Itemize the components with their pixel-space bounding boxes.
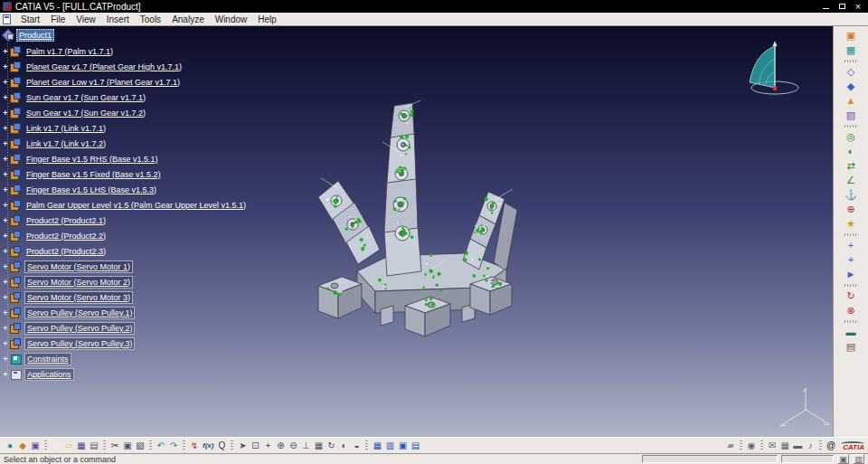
tree-item-label[interactable]: Finger Base v1.5 LHS (Base v1.5.3) — [24, 185, 158, 195]
camera-window-icon[interactable]: ▦ — [844, 43, 858, 57]
tree-item-label[interactable]: Applications — [24, 368, 74, 381]
redo-icon[interactable]: ↷ — [167, 440, 180, 452]
tree-item-label[interactable]: Palm Gear Upper Level v1.5 (Palm Gear Up… — [24, 200, 248, 211]
tree-item-label[interactable]: Constraints — [24, 353, 71, 365]
tree-expander-icon[interactable]: + — [2, 140, 9, 147]
session-icon[interactable]: ▥ — [853, 454, 864, 464]
tree-expander-icon[interactable]: + — [2, 371, 9, 378]
tree-expander-icon[interactable]: + — [2, 217, 9, 224]
zoom-out-icon[interactable]: ⊖ — [287, 440, 299, 452]
tree-root-label[interactable]: Product1 — [16, 29, 54, 42]
lock-icon[interactable]: ▣ — [837, 454, 849, 464]
tree-item-label[interactable]: Product2 (Product2.2) — [24, 231, 108, 241]
tree-item-label[interactable]: Servo Motor (Servo Motor 1) — [24, 260, 133, 273]
menu-start[interactable]: Start — [15, 14, 45, 25]
tree-item-label[interactable]: Servo Motor (Servo Motor 3) — [24, 291, 133, 304]
render-style-icon[interactable]: ▤ — [409, 440, 421, 452]
menu-view[interactable]: View — [71, 14, 101, 25]
fix-together-icon[interactable]: ⊕ — [844, 203, 858, 216]
tree-item-label[interactable]: Finger Base v1.5 RHS (Base v1.5.1) — [24, 154, 160, 165]
tree-expander-icon[interactable]: + — [2, 186, 9, 194]
tree-item-label[interactable]: Servo Motor (Servo Motor 2) — [24, 276, 133, 289]
mail-icon[interactable]: ✉ — [766, 440, 778, 452]
menu-analyze[interactable]: Analyze — [166, 14, 210, 25]
undo-icon[interactable]: ↶ — [155, 440, 167, 452]
save-icon[interactable]: ▦ — [75, 440, 88, 452]
tree-item-label[interactable]: Link v1.7 (Link v1.7.2) — [24, 138, 108, 149]
storage-icon[interactable]: ▦ — [778, 440, 791, 452]
existing-component-icon[interactable]: ▧ — [844, 109, 858, 122]
capture-icon[interactable]: ▣ — [396, 440, 409, 452]
menu-help[interactable]: Help — [252, 14, 282, 25]
measure-icon[interactable]: ▬ — [844, 326, 858, 339]
paste-icon[interactable]: ▧ — [134, 440, 146, 452]
part-icon[interactable]: ▲ — [844, 94, 858, 108]
print-icon[interactable]: ▤ — [88, 440, 100, 452]
shading-mode-icon[interactable]: ◐ — [337, 440, 350, 452]
tree-expander-icon[interactable]: + — [2, 340, 9, 347]
tree-item-label[interactable]: Sun Gear v1.7 (Sun Gear v1.7.2) — [24, 108, 147, 118]
tree-item-label[interactable]: Palm v1.7 (Palm v1.7.1) — [24, 46, 115, 57]
tree-expander-icon[interactable]: + — [2, 248, 9, 255]
angle-constraint-icon[interactable]: ∠ — [844, 174, 858, 187]
tree-expander-icon[interactable]: + — [2, 355, 9, 363]
tree-item-label[interactable]: Servo Pulley (Servo Pulley.2) — [24, 322, 135, 335]
tree-item-label[interactable]: Link v1.7 (Link v1.7.1) — [24, 123, 108, 134]
tree-expander-icon[interactable]: + — [2, 63, 9, 71]
contact-constraint-icon[interactable]: ◐ — [844, 145, 858, 158]
update-assembly-icon[interactable]: ↻ — [844, 289, 858, 303]
zoom-in-icon[interactable]: ⊕ — [274, 440, 287, 452]
eraser-icon[interactable]: ▰ — [724, 440, 737, 452]
quick-constraint-icon[interactable]: ★ — [844, 217, 858, 231]
model-3d[interactable] — [294, 99, 565, 388]
tree-expander-icon[interactable]: + — [2, 79, 9, 86]
close-button[interactable]: × — [851, 1, 865, 12]
tree-item-label[interactable]: Product2 (Product2.1) — [24, 215, 108, 226]
tree-expander-icon[interactable]: + — [2, 202, 9, 209]
update-icon[interactable]: ↯ — [188, 440, 201, 452]
sticky-pad-icon[interactable]: ▣ — [844, 29, 858, 43]
tree-expander-icon[interactable]: + — [2, 125, 9, 132]
tree-item-label[interactable]: Servo Pulley (Servo Pulley.3) — [24, 337, 135, 350]
search-icon[interactable]: Q — [215, 440, 228, 452]
grid-icon[interactable]: ▦ — [371, 440, 383, 452]
tree-item-label[interactable]: Servo Pulley (Servo Pulley.1) — [24, 307, 135, 319]
tree-expander-icon[interactable]: + — [2, 48, 9, 55]
tree-expander-icon[interactable]: + — [2, 294, 9, 301]
component-icon[interactable]: ◇ — [844, 65, 858, 79]
viewport-3d[interactable]: Product1 +Palm v1.7 (Palm v1.7.1)+Planet… — [0, 26, 833, 437]
measure-tool-icon[interactable]: ▬ — [791, 440, 804, 452]
anchor-constraint-icon[interactable]: ⚓ — [844, 188, 858, 202]
offset-constraint-icon[interactable]: ⇄ — [844, 159, 858, 173]
clash-analysis-icon[interactable]: ⊗ — [844, 304, 858, 317]
coincidence-constraint-icon[interactable]: ◎ — [844, 130, 858, 144]
dialog-value-field[interactable] — [781, 455, 834, 463]
minimize-button[interactable] — [818, 1, 833, 12]
rotate-view-icon[interactable]: ↻ — [325, 440, 337, 452]
tree-expander-icon[interactable]: + — [2, 309, 9, 317]
new-document-icon[interactable]: ▯ — [50, 440, 62, 452]
tree-expander-icon[interactable]: + — [2, 109, 9, 117]
menu-tools[interactable]: Tools — [135, 14, 166, 25]
tree-item-label[interactable]: Planet Gear v1.7 (Planet Gear High v1.7.… — [24, 62, 184, 72]
tree-expander-icon[interactable]: + — [2, 232, 9, 240]
copy-icon[interactable]: ▣ — [121, 440, 134, 452]
macros-icon[interactable]: ◆ — [16, 440, 29, 452]
web-icon[interactable]: ◉ — [745, 440, 758, 452]
collaboration-icon[interactable]: ♪ — [804, 440, 816, 452]
smart-move-icon[interactable]: ► — [844, 268, 858, 281]
annotations-icon[interactable]: ▤ — [844, 340, 858, 354]
tree-expander-icon[interactable]: + — [2, 325, 9, 332]
power-input-field[interactable] — [642, 455, 778, 463]
snap-icon[interactable]: ⌖ — [844, 253, 858, 267]
tree-expander-icon[interactable]: + — [2, 94, 9, 101]
views-icon[interactable]: ▥ — [383, 440, 396, 452]
normal-view-icon[interactable]: ⊥ — [299, 440, 312, 452]
options-icon[interactable]: ▣ — [29, 440, 42, 452]
tree-expander-icon[interactable]: + — [2, 156, 9, 163]
tree-item-label[interactable]: Sun Gear v1.7 (Sun Gear v1.7.1) — [24, 92, 147, 103]
menu-window[interactable]: Window — [210, 14, 253, 25]
tree-expander-icon[interactable]: + — [2, 263, 9, 270]
tree-expander-icon[interactable]: + — [2, 279, 9, 286]
fit-all-icon[interactable]: ⊡ — [249, 440, 261, 452]
